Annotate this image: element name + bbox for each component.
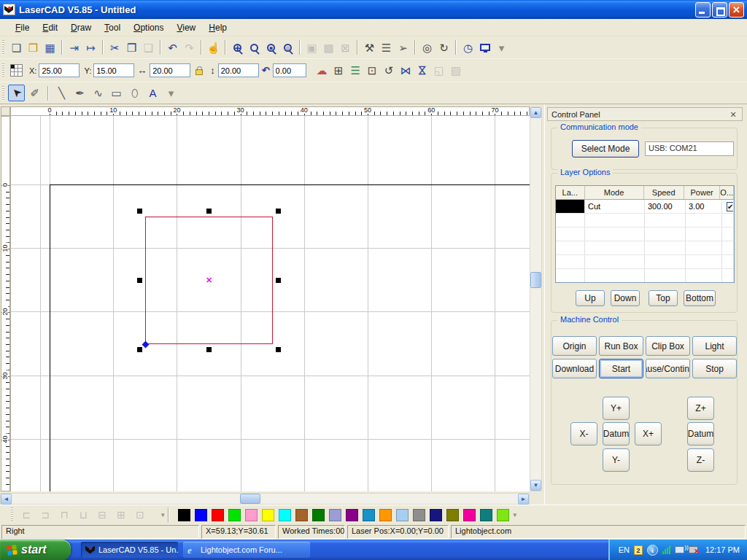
layer-up-button[interactable]: Up: [576, 290, 605, 306]
control-panel-close-icon[interactable]: ✕: [728, 109, 738, 120]
selection-handle-middle-left[interactable]: [137, 278, 142, 283]
stop-button[interactable]: Stop: [692, 359, 737, 378]
draw-more-dropdown-icon[interactable]: ▾: [163, 85, 179, 101]
layer-table[interactable]: La...ModeSpeedPowerO... Cut300.003.00✔: [555, 185, 735, 283]
menu-view[interactable]: View: [170, 20, 202, 35]
tray-note-icon[interactable]: 2: [634, 545, 643, 555]
align-more-dropdown-icon[interactable]: ▾: [161, 511, 165, 518]
light-button[interactable]: Light: [692, 336, 737, 356]
undo-icon[interactable]: ↶: [164, 39, 181, 56]
palette-color-swatch[interactable]: [446, 509, 459, 521]
line-tool-icon[interactable]: ╲: [53, 85, 70, 101]
origin-button[interactable]: Origin: [552, 336, 597, 356]
jog-z-minus-button[interactable]: Z-: [687, 448, 714, 472]
menu-draw[interactable]: Draw: [64, 20, 98, 35]
layer-column-header[interactable]: Mode: [585, 186, 644, 199]
layer-column-header[interactable]: La...: [556, 186, 585, 199]
palette-color-swatch[interactable]: [212, 509, 224, 521]
palette-color-swatch[interactable]: [228, 509, 241, 521]
menu-tool[interactable]: Tool: [98, 20, 127, 35]
palette-color-swatch[interactable]: [463, 509, 476, 521]
jog-x-minus-button[interactable]: X-: [570, 422, 597, 446]
import-icon[interactable]: ⇥: [66, 39, 82, 56]
preview-icon[interactable]: [476, 39, 493, 56]
palette-color-swatch[interactable]: [262, 509, 274, 521]
layer-output-cell[interactable]: ✔: [722, 200, 734, 213]
rotate-free-icon[interactable]: ↺: [381, 62, 398, 79]
array-copy-icon[interactable]: ⊞: [330, 62, 347, 79]
palette-color-swatch[interactable]: [178, 509, 190, 521]
jog-z-plus-button[interactable]: Z+: [687, 397, 714, 420]
clip-box-button[interactable]: Clip Box: [646, 336, 690, 356]
data-list-icon[interactable]: ☰: [378, 39, 395, 56]
datum-xy-button[interactable]: Datum: [603, 422, 630, 446]
menu-options[interactable]: Options: [127, 20, 170, 35]
layer-column-header[interactable]: O...: [720, 186, 734, 199]
start-button[interactable]: start: [0, 540, 71, 560]
layer-output-checkbox[interactable]: ✔: [727, 202, 734, 211]
mirror-vertical-icon[interactable]: ⋈: [414, 62, 431, 79]
toolbar-grip[interactable]: [2, 86, 4, 101]
select-tool-icon[interactable]: ➤: [8, 85, 25, 101]
time-estimate-icon[interactable]: ◷: [460, 39, 476, 56]
palette-color-swatch[interactable]: [195, 509, 207, 521]
palette-color-swatch[interactable]: [329, 509, 341, 521]
aspect-lock-icon[interactable]: [190, 62, 207, 79]
zoom-selected-icon[interactable]: ▪: [263, 39, 279, 56]
layer-color-cell[interactable]: [556, 200, 585, 213]
layer-column-header[interactable]: Speed: [644, 186, 684, 199]
minimize-button[interactable]: [695, 2, 711, 18]
palette-color-swatch[interactable]: [430, 509, 442, 521]
selection-handle-middle-right[interactable]: [276, 278, 281, 283]
palette-color-swatch[interactable]: [363, 509, 375, 521]
pan-icon[interactable]: ☝: [205, 39, 222, 56]
anchor-point-grid-icon[interactable]: [8, 62, 25, 79]
rotation-input[interactable]: [273, 63, 306, 77]
palette-color-swatch[interactable]: [480, 509, 492, 521]
layer-bottom-button[interactable]: Bottom: [684, 290, 716, 306]
scroll-up-arrow[interactable]: ▲: [530, 107, 541, 118]
rectangle-tool-icon[interactable]: ▭: [108, 85, 125, 101]
menu-help[interactable]: Help: [202, 20, 233, 35]
wireless-connection-icon[interactable]: [675, 546, 684, 553]
scroll-right-arrow[interactable]: ►: [518, 494, 529, 505]
text-tool-icon[interactable]: A: [144, 85, 161, 101]
ellipse-tool-icon[interactable]: ⬯: [126, 85, 143, 101]
height-input[interactable]: [218, 63, 259, 77]
language-indicator[interactable]: EN: [619, 545, 630, 554]
layer-row[interactable]: Cut300.003.00✔: [556, 200, 734, 214]
toolbar-more-dropdown-icon[interactable]: ▾: [493, 39, 510, 56]
jog-y-plus-button[interactable]: Y+: [603, 397, 630, 420]
close-button[interactable]: [729, 2, 744, 18]
datum-z-button[interactable]: Datum: [687, 422, 714, 446]
open-icon[interactable]: ❒: [25, 39, 42, 56]
align-to-origin-icon[interactable]: ⊡: [364, 62, 381, 79]
zoom-in-icon[interactable]: +: [229, 39, 246, 56]
restore-button[interactable]: [712, 2, 727, 18]
palette-color-swatch[interactable]: [497, 509, 509, 521]
rotate-node-icon[interactable]: ↻: [436, 39, 452, 56]
selection-handle-top-right[interactable]: [276, 209, 281, 214]
mirror-horizontal-icon[interactable]: ⋈: [398, 62, 414, 79]
export-icon[interactable]: ↦: [82, 39, 99, 56]
palette-color-swatch[interactable]: [295, 509, 308, 521]
palette-color-swatch[interactable]: [346, 509, 358, 521]
signal-strength-icon[interactable]: [662, 545, 670, 554]
zoom-window-icon[interactable]: [246, 39, 263, 56]
palette-color-swatch[interactable]: [396, 509, 409, 521]
layer-power-cell[interactable]: 3.00: [686, 200, 722, 213]
pick-object-icon[interactable]: ➢: [395, 39, 411, 56]
selection-handle-bottom-right[interactable]: [276, 347, 281, 352]
taskbar-task[interactable]: eLightobject.com Foru...: [183, 542, 310, 558]
y-position-input[interactable]: [93, 63, 134, 77]
hide-icons-chevron[interactable]: ‹: [647, 545, 658, 556]
selection-handle-bottom-left[interactable]: [137, 347, 142, 352]
x-position-input[interactable]: [39, 63, 80, 77]
width-input[interactable]: [150, 63, 190, 77]
palette-more-dropdown-icon[interactable]: ▾: [514, 511, 517, 518]
jog-y-minus-button[interactable]: Y-: [603, 448, 630, 472]
layer-down-button[interactable]: Down: [611, 290, 640, 306]
scroll-left-arrow[interactable]: ◄: [1, 494, 12, 505]
palette-color-swatch[interactable]: [245, 509, 258, 521]
toolbar-grip[interactable]: [11, 508, 13, 522]
